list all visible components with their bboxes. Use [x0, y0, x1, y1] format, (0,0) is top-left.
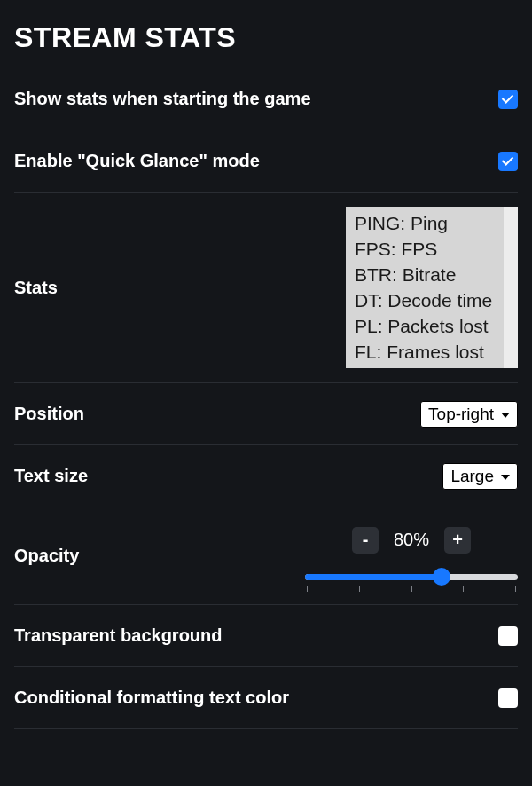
- slider-thumb[interactable]: [433, 568, 450, 586]
- slider-tick: [307, 586, 308, 592]
- row-quick-glance: Enable "Quick Glance" mode: [14, 130, 518, 193]
- stats-list[interactable]: PING: PingFPS: FPSBTR: BitrateDT: Decode…: [346, 207, 504, 368]
- position-select[interactable]: Top-right: [420, 401, 518, 428]
- stats-list-item[interactable]: PING: Ping: [355, 210, 495, 236]
- opacity-value: 80%: [391, 530, 432, 550]
- slider-tick: [411, 586, 412, 592]
- text-size-select-wrap: Large: [442, 463, 518, 490]
- slider-tick: [463, 586, 464, 592]
- opacity-controls: - 80% +: [305, 527, 518, 586]
- row-position: Position Top-right: [14, 383, 518, 445]
- stats-label: Stats: [14, 278, 58, 298]
- row-cond-fmt: Conditional formatting text color: [14, 667, 518, 729]
- quick-glance-label: Enable "Quick Glance" mode: [14, 151, 260, 171]
- row-show-on-start: Show stats when starting the game: [14, 68, 518, 130]
- slider-fill: [305, 574, 442, 580]
- show-on-start-checkbox[interactable]: [498, 90, 518, 109]
- cond-fmt-label: Conditional formatting text color: [14, 688, 289, 708]
- text-size-select[interactable]: Large: [442, 463, 518, 490]
- opacity-label: Opacity: [14, 546, 79, 566]
- stats-multiselect[interactable]: PING: PingFPS: FPSBTR: BitrateDT: Decode…: [346, 207, 518, 368]
- section-title: STREAM STATS: [14, 0, 518, 68]
- quick-glance-checkbox[interactable]: [498, 152, 518, 171]
- slider-ticks: [305, 586, 518, 592]
- transparent-bg-label: Transparent background: [14, 625, 223, 646]
- opacity-minus-button[interactable]: -: [352, 527, 379, 554]
- transparent-bg-checkbox[interactable]: [498, 626, 518, 646]
- text-size-label: Text size: [14, 466, 88, 486]
- opacity-slider[interactable]: [305, 568, 518, 586]
- position-select-wrap: Top-right: [420, 401, 518, 428]
- show-on-start-label: Show stats when starting the game: [14, 89, 311, 109]
- row-text-size: Text size Large: [14, 445, 518, 507]
- row-stats: Stats PING: PingFPS: FPSBTR: BitrateDT: …: [14, 193, 518, 383]
- stats-list-item[interactable]: PL: Packets lost: [355, 313, 495, 339]
- stats-list-item[interactable]: FL: Frames lost: [355, 339, 495, 365]
- opacity-plus-button[interactable]: +: [444, 527, 471, 554]
- slider-tick: [359, 586, 360, 592]
- row-transparent-bg: Transparent background: [14, 605, 518, 667]
- cond-fmt-checkbox[interactable]: [498, 688, 518, 708]
- opacity-stepper: - 80% +: [352, 527, 471, 554]
- stats-list-item[interactable]: BTR: Bitrate: [355, 262, 495, 287]
- stats-scrollbar[interactable]: [504, 207, 518, 368]
- row-opacity: Opacity - 80% +: [14, 507, 518, 605]
- position-label: Position: [14, 404, 84, 424]
- slider-tick: [515, 586, 516, 592]
- stats-list-item[interactable]: DT: Decode time: [355, 287, 495, 313]
- stats-list-item[interactable]: FPS: FPS: [355, 236, 495, 262]
